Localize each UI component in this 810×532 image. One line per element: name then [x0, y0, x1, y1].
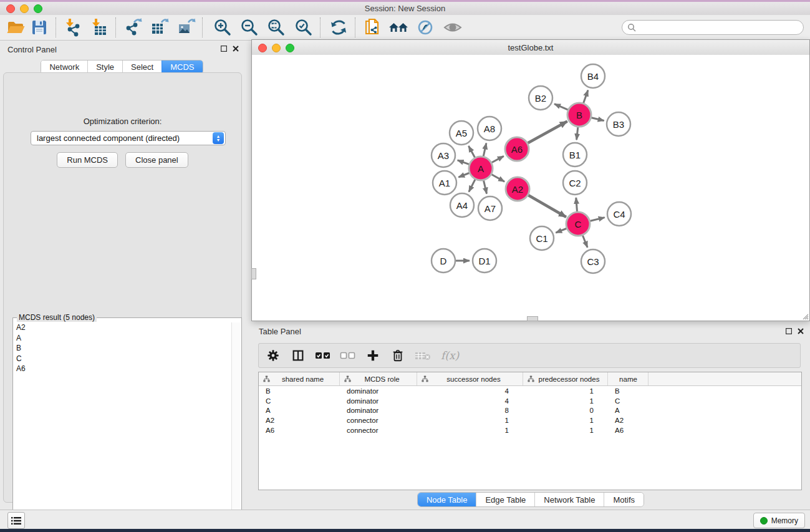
table-cell[interactable]: dominator — [340, 397, 417, 405]
clone-network-button[interactable] — [362, 17, 383, 38]
graph-node-D1[interactable]: D1 — [473, 249, 496, 273]
float-table-panel-icon[interactable] — [786, 328, 792, 334]
zoom-in-button[interactable] — [212, 17, 233, 38]
graph-node-A7[interactable]: A7 — [478, 196, 502, 220]
column-header-shared-name[interactable]: shared name — [259, 372, 340, 385]
bottom-edge-grip[interactable] — [527, 316, 538, 321]
export-table-button[interactable] — [148, 17, 170, 38]
graph-edge-A-A6[interactable] — [490, 156, 504, 163]
export-network-button[interactable] — [122, 17, 143, 38]
table-cell[interactable]: A — [259, 407, 340, 414]
delete-columns-button[interactable] — [390, 347, 406, 364]
tab-network-table[interactable]: Network Table — [534, 493, 604, 506]
network-canvas[interactable]: B4B2BB3A5A8A6A3B1AA1C2A2A4A7CC4C1C3DD1 — [252, 55, 809, 321]
graph-edge-B-B2[interactable] — [554, 104, 569, 111]
show-panels-button[interactable] — [7, 512, 25, 529]
table-cell[interactable]: 4 — [417, 397, 523, 405]
run-mcds-button[interactable]: Run MCDS — [57, 152, 118, 168]
mcds-result-list[interactable]: A2ABCA6 — [14, 322, 232, 530]
graph-node-A2[interactable]: A2 — [506, 177, 529, 201]
graph-node-D[interactable]: D — [432, 249, 455, 273]
table-cell[interactable]: 1 — [523, 387, 608, 395]
graph-node-A1[interactable]: A1 — [433, 171, 456, 195]
graph-node-A3[interactable]: A3 — [432, 143, 455, 167]
table-row-a6[interactable]: A6connector11A6 — [259, 425, 801, 435]
table-cell[interactable]: A2 — [608, 417, 648, 424]
table-cell[interactable]: 1 — [523, 427, 608, 434]
graph-node-A5[interactable]: A5 — [450, 121, 473, 145]
column-selector-button[interactable] — [290, 347, 306, 364]
table-cell[interactable]: 8 — [417, 407, 523, 414]
graph-edge-A2-C[interactable] — [527, 194, 566, 217]
left-edge-grip[interactable] — [251, 268, 256, 279]
close-network-button[interactable] — [258, 44, 267, 52]
network-window-titlebar[interactable]: testGlobe.txt — [252, 40, 809, 56]
open-session-button[interactable] — [5, 17, 26, 38]
graph-edge-A-A4[interactable] — [469, 178, 476, 191]
graph-edge-C-C4[interactable] — [589, 218, 605, 221]
close-panel-button[interactable]: Close panel — [125, 152, 188, 168]
tab-motifs[interactable]: Motifs — [604, 493, 644, 506]
graph-node-A6[interactable]: A6 — [505, 137, 529, 161]
table-row-c[interactable]: Cdominator41C — [259, 396, 801, 406]
table-cell[interactable]: A — [608, 407, 648, 414]
tab-select[interactable]: Select — [122, 60, 162, 74]
mcds-result-item[interactable]: A6 — [14, 364, 232, 374]
column-header-mcds-role[interactable]: MCDS role — [340, 372, 417, 385]
mcds-result-item[interactable]: A — [14, 333, 232, 344]
import-table-button[interactable] — [89, 17, 110, 38]
graph-node-C3[interactable]: C3 — [581, 249, 605, 273]
graph-node-C4[interactable]: C4 — [607, 202, 631, 226]
close-panel-icon[interactable] — [233, 46, 239, 52]
tab-network[interactable]: Network — [41, 60, 87, 74]
search-input[interactable] — [639, 22, 803, 32]
tab-edge-table[interactable]: Edge Table — [476, 493, 534, 506]
unselect-all-columns-button[interactable] — [340, 347, 356, 364]
table-cell[interactable]: dominator — [340, 407, 417, 414]
table-cell[interactable]: 1 — [523, 417, 608, 424]
resize-grip-icon[interactable] — [801, 312, 809, 320]
tab-style[interactable]: Style — [87, 60, 122, 74]
export-image-button[interactable] — [175, 17, 196, 38]
graph-node-B[interactable]: B — [567, 103, 591, 127]
minimize-network-button[interactable] — [272, 44, 281, 52]
mcds-result-item[interactable]: C — [14, 354, 232, 364]
table-cell[interactable]: 1 — [523, 397, 608, 405]
table-cell[interactable]: 4 — [417, 387, 523, 395]
table-cell[interactable]: A6 — [259, 427, 340, 434]
column-header-successor-nodes[interactable]: successor nodes — [417, 372, 523, 385]
graph-edge-A-A2[interactable] — [490, 173, 504, 181]
select-all-columns-button[interactable] — [315, 347, 331, 364]
graph-edge-A6-B[interactable] — [526, 122, 567, 144]
table-cell[interactable]: C — [608, 397, 648, 405]
apply-layout-button[interactable] — [328, 17, 349, 38]
close-table-panel-icon[interactable] — [798, 328, 804, 334]
table-cell[interactable]: 1 — [417, 417, 523, 424]
table-cell[interactable]: dominator — [340, 387, 417, 395]
graph-node-A[interactable]: A — [469, 157, 493, 180]
graph-edge-B-B1[interactable] — [577, 125, 579, 140]
memory-button[interactable]: Memory — [753, 513, 805, 528]
table-row-a[interactable]: Adominator80A — [259, 405, 801, 415]
table-cell[interactable]: 0 — [523, 407, 608, 414]
column-header-name[interactable]: name — [608, 372, 648, 385]
graph-edge-C-C3[interactable] — [582, 234, 587, 248]
table-cell[interactable]: C — [259, 397, 340, 405]
graph-node-C[interactable]: C — [566, 212, 590, 236]
table-options-button[interactable] — [265, 347, 281, 364]
table-cell[interactable]: A2 — [259, 417, 340, 424]
graph-edge-B-B4[interactable] — [583, 90, 588, 105]
table-cell[interactable]: 1 — [417, 427, 523, 434]
graph-node-C2[interactable]: C2 — [563, 171, 587, 195]
graph-edge-A-A8[interactable] — [483, 143, 486, 158]
graph-node-B3[interactable]: B3 — [607, 112, 630, 136]
graph-edge-A-A5[interactable] — [468, 146, 475, 159]
zoom-out-button[interactable] — [239, 17, 260, 38]
column-header-predecessor-nodes[interactable]: predecessor nodes — [523, 372, 608, 385]
graph-node-C1[interactable]: C1 — [530, 226, 554, 250]
zoom-window-button[interactable] — [34, 4, 42, 13]
mcds-result-scrollbar[interactable] — [231, 322, 241, 530]
zoom-network-button[interactable] — [286, 44, 294, 52]
save-session-button[interactable] — [29, 17, 50, 38]
graph-edge-A-A7[interactable] — [483, 179, 487, 194]
